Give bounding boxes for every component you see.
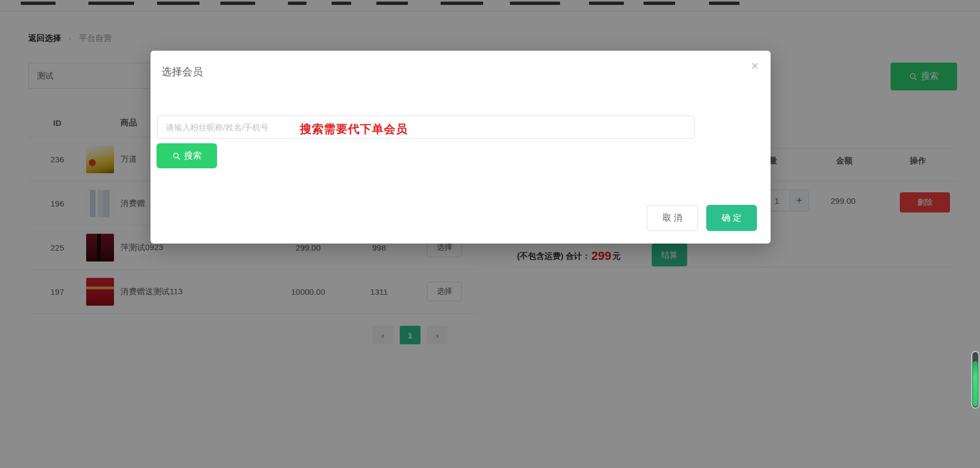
scrollbar-track[interactable]: [971, 351, 979, 409]
member-search-button[interactable]: 搜索: [157, 143, 217, 168]
cancel-button[interactable]: 取 消: [647, 205, 698, 231]
confirm-button[interactable]: 确 定: [706, 205, 757, 231]
select-member-modal: 选择会员 × 搜索需要代下单会员 搜索 取 消 确 定: [151, 51, 771, 244]
member-search-input[interactable]: [157, 116, 695, 139]
scrollbar-thumb[interactable]: [973, 361, 978, 406]
search-icon: [172, 152, 181, 160]
modal-title: 选择会员: [161, 65, 203, 79]
close-icon[interactable]: ×: [751, 59, 759, 72]
screen: 返回选择 › 平台自营 搜索 ID 商品 236 万道: [0, 0, 980, 468]
member-search-button-label: 搜索: [184, 150, 202, 162]
